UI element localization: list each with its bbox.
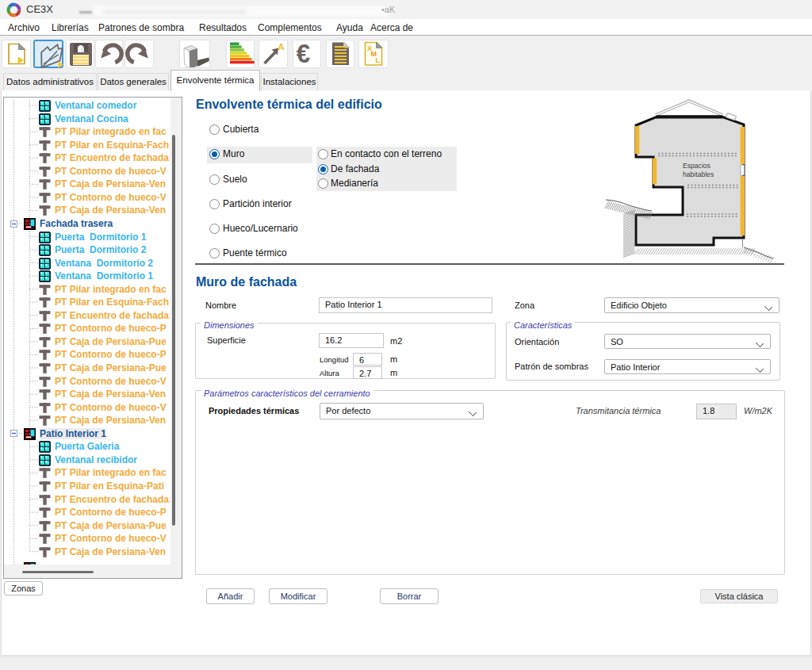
svg-text:habitables: habitables [683, 170, 714, 178]
svg-text:€: € [297, 40, 310, 67]
svg-text:Espacios: Espacios [683, 162, 710, 170]
svg-text:L: L [376, 56, 381, 64]
svg-text:A: A [278, 42, 285, 52]
